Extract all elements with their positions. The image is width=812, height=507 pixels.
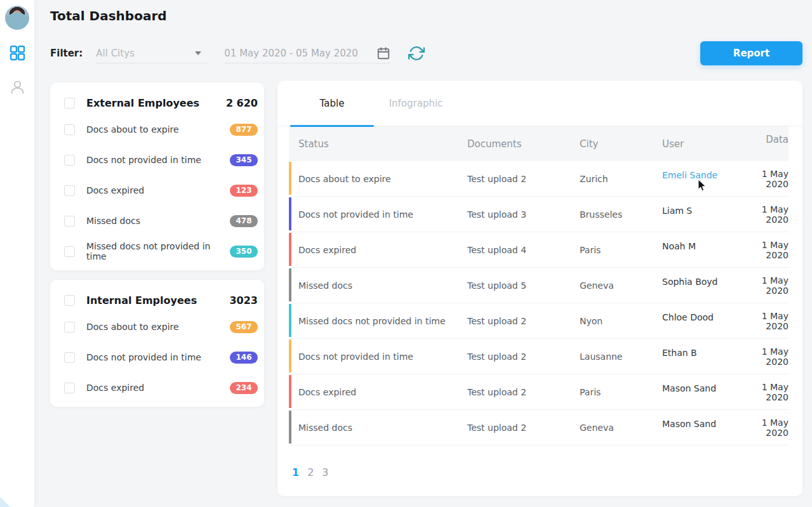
table-header: Status Documents City User Data — [289, 126, 789, 161]
col-data: Data — [760, 126, 789, 145]
item-label: Docs expired — [86, 185, 230, 195]
item-label: Docs expired — [86, 383, 230, 393]
card-total: 2 620 — [226, 97, 258, 109]
cell-user: Ethan B — [662, 339, 760, 358]
cell-date: 1 May 2020 — [760, 311, 789, 331]
user-avatar[interactable] — [5, 6, 29, 30]
user-link[interactable]: Emeli Sande — [662, 161, 760, 180]
count-badge: 350 — [230, 246, 258, 258]
count-badge: 567 — [230, 321, 258, 333]
users-icon[interactable] — [9, 79, 26, 96]
list-item: Docs about to expire 877 — [64, 114, 258, 145]
page-button-1[interactable]: 1 — [292, 466, 299, 478]
cell-date: 1 May 2020 — [760, 346, 789, 367]
col-status: Status — [289, 138, 467, 150]
item-label: Missed docs — [86, 216, 230, 226]
cell-user: Mason Sand — [662, 410, 760, 429]
cell-document: Test upload 3 — [467, 209, 580, 220]
checkbox[interactable] — [64, 246, 75, 257]
checkbox[interactable] — [64, 98, 75, 109]
checkbox[interactable] — [64, 322, 75, 333]
col-city: City — [580, 138, 662, 150]
cell-city: Brusseles — [580, 209, 662, 220]
cell-user: Sophia Boyd — [662, 268, 760, 287]
list-item: Docs expired 234 — [64, 372, 258, 403]
card-total: 3023 — [229, 294, 258, 306]
table-row: Missed docs not provided in time Test up… — [289, 303, 789, 339]
status-accent-bar — [289, 375, 291, 408]
cell-city: Geneva — [580, 280, 662, 291]
checkbox[interactable] — [64, 216, 75, 227]
status-accent-bar — [289, 233, 291, 266]
cell-date: 1 May 2020 — [760, 418, 789, 438]
cell-date: 1 May 2020 — [760, 169, 789, 189]
tab-table[interactable]: Table — [290, 81, 374, 126]
report-button[interactable]: Report — [700, 41, 802, 65]
cell-city: Lausanne — [580, 352, 662, 362]
list-item: Missed docs 478 — [64, 206, 258, 236]
cell-status: Docs not provided in time — [289, 209, 467, 220]
cell-user: Noah M — [662, 232, 760, 251]
cell-date: 1 May 2020 — [760, 382, 789, 402]
checkbox[interactable] — [64, 185, 75, 196]
count-badge: 877 — [230, 124, 258, 136]
page-title: Total Dashboard — [50, 8, 167, 23]
filter-bar: Filter: All Citys 01 May 2020 - 05 May 2… — [50, 39, 802, 67]
summary-card-internal: Internal Employees 3023 Docs about to ex… — [50, 280, 264, 407]
cell-user: Chloe Dood — [662, 303, 760, 322]
checkbox[interactable] — [64, 295, 75, 306]
item-label: Docs about to expire — [86, 322, 230, 332]
filter-label: Filter: — [50, 48, 83, 59]
checkbox[interactable] — [64, 383, 75, 393]
cell-document: Test upload 2 — [467, 423, 580, 433]
cell-document: Test upload 2 — [467, 316, 580, 326]
list-item: Missed docs not provided in time 350 — [64, 236, 258, 267]
status-accent-bar — [289, 268, 291, 301]
cell-status: Missed docs not provided in time — [289, 316, 467, 326]
status-accent-bar — [289, 304, 291, 337]
table-panel: Table Infographic Status Documents City … — [277, 81, 802, 496]
cell-document: Test upload 5 — [467, 280, 580, 291]
checkbox[interactable] — [64, 124, 75, 135]
cell-document: Test upload 2 — [467, 174, 580, 184]
count-badge: 234 — [230, 382, 258, 394]
sidebar — [0, 0, 35, 507]
table-row: Docs not provided in time Test upload 3 … — [289, 197, 789, 232]
item-label: Docs not provided in time — [86, 352, 230, 362]
city-filter-select[interactable]: All Citys — [96, 43, 208, 63]
tab-infographic[interactable]: Infographic — [374, 81, 458, 126]
city-filter-value: All Citys — [96, 48, 135, 59]
cell-document: Test upload 2 — [467, 387, 580, 397]
col-user: User — [662, 138, 760, 150]
table-row: Missed docs Test upload 2 Geneva Mason S… — [289, 410, 789, 445]
cell-status: Docs not provided in time — [289, 352, 467, 362]
item-label: Missed docs not provided in time — [86, 241, 230, 261]
calendar-icon — [376, 46, 390, 60]
page-button-2[interactable]: 2 — [307, 466, 314, 478]
list-item: Docs not provided in time 146 — [64, 342, 258, 372]
cell-status: Docs expired — [289, 387, 467, 397]
status-accent-bar — [289, 411, 291, 444]
cell-city: Paris — [580, 387, 662, 397]
cell-document: Test upload 4 — [467, 245, 580, 255]
status-accent-bar — [289, 162, 291, 195]
cell-date: 1 May 2020 — [760, 275, 789, 296]
item-label: Docs not provided in time — [86, 155, 230, 165]
item-label: Docs about to expire — [86, 124, 230, 135]
page-button-3[interactable]: 3 — [322, 466, 328, 478]
summary-column: External Employees 2 620 Docs about to e… — [50, 82, 264, 416]
count-badge: 345 — [230, 154, 258, 166]
tab-bar: Table Infographic — [277, 81, 802, 126]
checkbox[interactable] — [64, 155, 75, 166]
date-range-input[interactable]: 01 May 2020 - 05 May 2020 — [224, 43, 390, 63]
checkbox[interactable] — [64, 352, 75, 363]
count-badge: 478 — [230, 215, 258, 227]
cell-status: Missed docs — [289, 280, 467, 291]
cell-status: Missed docs — [289, 423, 467, 433]
refresh-button[interactable] — [408, 45, 425, 62]
cell-status: Docs about to expire — [289, 174, 467, 184]
cell-city: Nyon — [580, 316, 662, 326]
dashboard-grid-icon[interactable] — [9, 44, 26, 62]
cell-user: Liam S — [662, 197, 760, 216]
table-row: Docs expired Test upload 2 Paris Mason S… — [289, 374, 789, 410]
